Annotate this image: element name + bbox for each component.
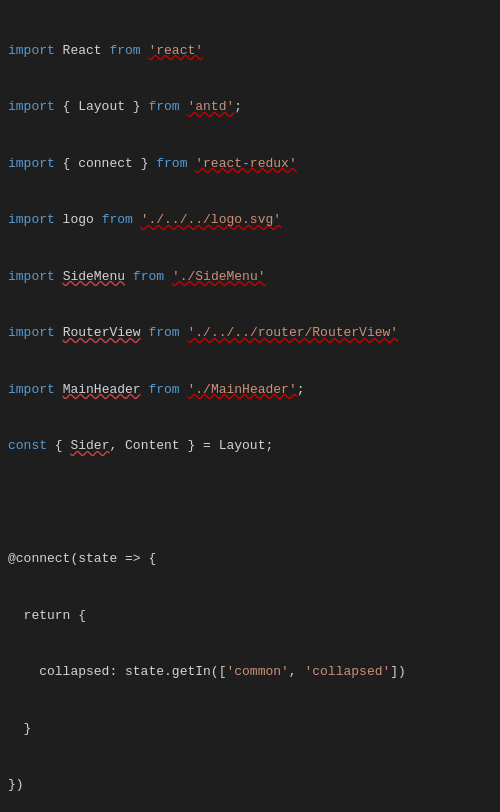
- line-2: import { Layout } from 'antd';: [0, 98, 500, 117]
- line-3: import { connect } from 'react-redux': [0, 155, 500, 174]
- line-7: import MainHeader from './MainHeader';: [0, 381, 500, 400]
- line-14: }): [0, 776, 500, 795]
- line-13: }: [0, 720, 500, 739]
- line-8: const { Sider, Content } = Layout;: [0, 437, 500, 456]
- line-1: import React from 'react': [0, 42, 500, 61]
- line-11: return {: [0, 607, 500, 626]
- line-6: import RouterView from './../../router/R…: [0, 324, 500, 343]
- line-9: [0, 494, 500, 513]
- line-12: collapsed: state.getIn(['common', 'colla…: [0, 663, 500, 682]
- line-4: import logo from './../../logo.svg': [0, 211, 500, 230]
- line-5: import SideMenu from './SideMenu': [0, 268, 500, 287]
- line-10: @connect(state => {: [0, 550, 500, 569]
- code-editor: import React from 'react' import { Layou…: [0, 0, 500, 812]
